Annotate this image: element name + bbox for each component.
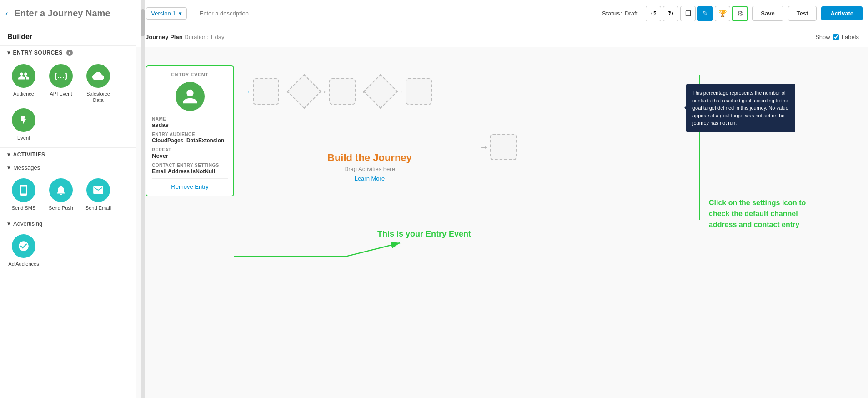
audience-label: Audience [13, 91, 34, 97]
edit-button[interactable]: ✎ [697, 6, 713, 21]
flow-node-1[interactable] [253, 78, 279, 105]
salesforce-data-item[interactable]: Salesforce Data [82, 64, 115, 104]
event-icon [12, 108, 35, 132]
arrow-lower: → [477, 142, 490, 152]
status-area: Status: Draft [602, 10, 637, 17]
flow-node-3[interactable] [406, 78, 432, 105]
api-event-icon: {…} [49, 64, 73, 88]
arrow-from-entry: → [240, 86, 253, 97]
canvas-area: Journey Plan Duration: 1 day Show Labels… [136, 27, 868, 398]
flow-diamond-2[interactable] [363, 74, 398, 109]
messages-subsection[interactable]: ▾ Messages [0, 161, 136, 174]
send-sms-item[interactable]: Send SMS [7, 178, 40, 211]
repeat-field: REPEAT Never [152, 147, 228, 159]
audience-item[interactable]: Audience [7, 64, 40, 104]
flow-node-lower[interactable] [490, 134, 517, 160]
messages-grid: Send SMS Send Push Send Email [0, 174, 136, 217]
info-icon: i [66, 50, 73, 56]
tooltip-arrow [682, 105, 687, 111]
salesforce-icon [86, 64, 110, 88]
send-email-icon [86, 178, 110, 202]
learn-more-link[interactable]: Learn More [327, 175, 412, 182]
description-input[interactable] [196, 8, 598, 19]
contact-entry-field: CONTACT ENTRY SETTINGS Email Address IsN… [152, 163, 228, 175]
entry-card-title: ENTRY EVENT [152, 72, 228, 77]
chevron-down-icon-advertising: ▾ [7, 220, 10, 227]
trophy-button[interactable]: 🏆 [715, 6, 730, 21]
send-push-label: Send Push [49, 205, 73, 211]
undo-button[interactable]: ↺ [646, 6, 661, 21]
copy-button[interactable]: ❐ [680, 6, 696, 21]
journey-canvas: ENTRY EVENT NAME asdas ENTRY AUDIENCE Cl… [136, 47, 868, 398]
chevron-down-icon-messages: ▾ [7, 164, 10, 171]
flow-node-2[interactable] [329, 78, 356, 105]
journey-name-input[interactable] [14, 8, 132, 19]
sidebar: Builder ▾ ENTRY SOURCES i Audience {…} A… [0, 27, 136, 398]
sidebar-title: Builder [0, 33, 136, 45]
send-sms-icon [12, 178, 35, 202]
send-push-item[interactable]: Send Push [45, 178, 77, 211]
flow-row-2: → [477, 134, 517, 160]
send-sms-label: Send SMS [12, 205, 36, 211]
chevron-down-icon: ▾ [7, 50, 10, 56]
salesforce-label: Salesforce Data [82, 91, 115, 104]
settings-annotation: Click on the settings icon tocheck the d… [709, 197, 854, 230]
journey-plan-info: Journey Plan Duration: 1 day [146, 34, 224, 40]
api-event-item[interactable]: {…} API Event [45, 64, 77, 104]
labels-checkbox[interactable] [833, 34, 839, 40]
entry-event-card[interactable]: ENTRY EVENT NAME asdas ENTRY AUDIENCE Cl… [146, 65, 234, 196]
event-label: Event [17, 135, 30, 141]
entry-avatar [176, 82, 205, 111]
entry-sources-grid: Audience {…} API Event Salesforce Data E… [0, 60, 136, 147]
audience-field: ENTRY AUDIENCE CloudPages_DataExtension [152, 132, 228, 144]
send-email-label: Send Email [85, 205, 111, 211]
test-button[interactable]: Test [788, 6, 817, 21]
ad-audiences-icon [12, 234, 35, 258]
api-event-label: API Event [50, 91, 72, 97]
activities-section[interactable]: ▾ ACTIVITIES [0, 147, 136, 161]
show-labels-area: Show Labels [815, 34, 859, 40]
send-push-icon [49, 178, 73, 202]
scroll-thumb[interactable] [141, 9, 145, 36]
remove-entry-button[interactable]: Remove Entry [152, 178, 228, 190]
ad-audiences-item[interactable]: Ad Audiences [7, 234, 40, 267]
build-journey-title: Build the Journey [327, 152, 412, 164]
redo-button[interactable]: ↻ [663, 6, 678, 21]
send-email-item[interactable]: Send Email [82, 178, 115, 211]
journey-plan-bar: Journey Plan Duration: 1 day Show Labels [136, 27, 868, 47]
version-dropdown[interactable]: Version 1 ▾ [146, 7, 186, 20]
status-badge: Draft [625, 10, 637, 17]
entry-sources-section[interactable]: ▾ ENTRY SOURCES i [0, 45, 136, 60]
flow-diamond-1[interactable] [287, 74, 321, 109]
audience-icon [12, 64, 35, 88]
flow-row-1: → → → → → [240, 78, 432, 105]
main-layout: Builder ▾ ENTRY SOURCES i Audience {…} A… [0, 27, 868, 398]
settings-button[interactable]: ⚙ [732, 6, 748, 21]
save-button[interactable]: Save [752, 6, 783, 21]
entry-event-annotation: This is your Entry Event [377, 229, 471, 239]
build-journey-sub: Drag Activities here [327, 166, 412, 172]
ad-audiences-label: Ad Audiences [8, 261, 39, 267]
name-field: NAME asdas [152, 116, 228, 128]
tooltip-box: This percentage represents the number of… [686, 84, 795, 132]
toolbar-icons: ↺ ↻ ❐ ✎ 🏆 ⚙ [646, 6, 748, 21]
back-button[interactable]: ‹ [5, 10, 8, 18]
chevron-down-icon-activities: ▾ [7, 151, 10, 158]
event-item[interactable]: Event [7, 108, 40, 141]
vertical-scrollbar[interactable] [141, 0, 145, 398]
build-journey-area: Build the Journey Drag Activities here L… [327, 152, 412, 182]
top-bar: ‹ Version 1 ▾ Status: Draft ↺ ↻ ❐ ✎ 🏆 ⚙ … [0, 0, 868, 27]
advertising-subsection[interactable]: ▾ Advertising [0, 217, 136, 230]
activate-button[interactable]: Activate [821, 6, 863, 20]
advertising-grid: Ad Audiences [0, 230, 136, 273]
